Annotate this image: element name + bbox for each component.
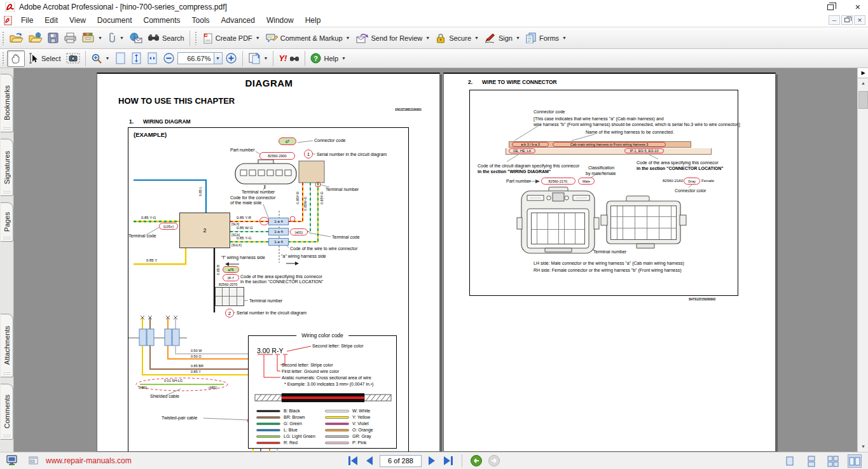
zoom-tool-button[interactable]: ▼ [88,51,113,66]
color-swatch [256,416,280,419]
open-button[interactable] [7,31,26,45]
help-button[interactable]: ? Help ▼ [308,51,348,66]
terminal-number-label: Terminal number [249,298,282,304]
select-tool-button[interactable]: Select [25,51,64,66]
first-page-button[interactable] [347,455,359,466]
toolbar-separator [273,51,273,66]
menu-document[interactable]: Document [92,15,138,26]
mdi-minimize-icon[interactable]: ─ [829,15,840,25]
single-page-layout-button[interactable] [783,454,797,468]
scroll-down-icon[interactable]: ▼ [858,442,868,451]
pdf-page-left: DIAGRAM HOW TO USE THIS CHAPTER EN13Z188… [97,73,440,452]
next-page-button[interactable] [427,455,437,466]
page-display-dropdown-icon: ▼ [264,56,268,60]
color-code-note: Second letter: Stripe color [282,363,333,368]
zoom-in-button[interactable] [223,50,240,66]
zoom-level-input[interactable]: 66.67% [177,52,214,64]
repair-manuals-link[interactable]: www.repair-manuals.com [46,456,132,465]
menu-tools[interactable]: Tools [186,15,216,26]
zoom-level-combo: 66.67% ▼ [177,52,223,64]
example-label: (EXAMPLE) [134,132,167,139]
sign-button[interactable]: Sign ▼ [481,31,523,45]
sidebar-tab-pages[interactable]: Pages [1,202,13,242]
fit-page-button[interactable] [128,50,144,66]
mdi-restore-icon[interactable] [841,15,853,25]
toolbar-grip[interactable] [195,31,198,45]
scrollbar-thumb[interactable] [858,91,868,109]
color-legend-label: O: Orange [352,428,373,432]
scroll-up-icon[interactable]: ▲ [858,78,868,88]
open-web-page-button[interactable] [26,31,45,45]
toolbar-grip[interactable] [2,31,5,45]
yahoo-messenger-button[interactable]: Y! [276,52,302,65]
zoom-out-button[interactable] [160,50,177,66]
close-window-icon[interactable]: × [855,3,860,11]
menu-help[interactable]: Help [300,15,327,26]
page-display-button[interactable]: ▼ [245,51,271,66]
color-swatch [325,410,349,412]
menu-advanced[interactable]: Advanced [216,15,261,26]
previous-view-button[interactable] [470,454,483,467]
create-pdf-button[interactable]: Create PDF ▼ [200,31,263,46]
toolbar-grip[interactable] [2,52,5,66]
send-for-review-button[interactable]: Send for Review ▼ [353,31,433,45]
snapshot-tool-button[interactable] [64,51,83,66]
forms-button[interactable]: Forms ▼ [523,31,569,45]
menu-edit[interactable]: Edit [39,15,64,26]
continuous-layout-button[interactable] [804,454,818,468]
section-title: WIRE TO WIRE CONNECTOR [482,80,557,86]
page-number-input[interactable]: 6 of 288 [380,455,422,467]
part-number-value: 82560-2070 [219,283,237,286]
menu-window[interactable]: Window [261,15,300,26]
color-legend-label: BR: Brown [284,415,305,419]
wire-code: 0.50 O [191,354,202,358]
status-separator [462,454,462,467]
circuit-codes: GE, HE, LA [509,148,535,153]
last-page-button[interactable] [442,455,454,466]
menu-file[interactable]: File [15,15,39,26]
sidebar-tab-signatures[interactable]: Signatures [1,139,13,196]
sign-dropdown-icon: ▼ [516,36,520,40]
next-view-button[interactable] [488,454,500,467]
section-number: 2. [468,80,472,86]
panel-expand-button[interactable]: ▶ [858,68,868,78]
connector-color-label: Connector color [675,188,706,193]
facing-layout-button[interactable] [848,454,862,468]
forms-label: Forms [539,34,559,42]
window-doc-icon[interactable] [28,456,39,466]
hand-tool-button[interactable] [7,50,25,67]
twisted-pair-label: Twisted-pair cable [162,416,197,421]
search-button[interactable]: Search [145,31,187,45]
attach-button[interactable]: ▼ [105,31,127,45]
continuous-facing-layout-button[interactable] [826,454,840,468]
menu-view[interactable]: View [64,15,92,26]
terminal-number-label: Terminal number [593,249,626,255]
part-number-female: 82560-2160 [663,179,683,183]
sidebar-tab-attachments[interactable]: Attachments [1,314,13,377]
connector-figure-box: Connector code [This case indicates that… [469,90,738,296]
previous-page-button[interactable] [364,455,375,466]
comment-markup-button[interactable]: Comment & Markup ▼ [263,31,353,45]
a-harness-side-label: "a" wiring harness side [281,254,326,259]
zoom-level-dropdown-icon[interactable]: ▼ [214,52,223,64]
organizer-button[interactable]: ▼ [79,31,105,45]
male-side-code-label: of the male side [230,200,261,206]
actual-size-button[interactable] [113,50,128,66]
area-connector-drawing [215,287,244,306]
attach-dropdown-icon: ▼ [120,36,124,40]
serial-number-label: Serial number in the circuit diagram [237,311,307,316]
help-dropdown-icon: ▼ [341,56,346,60]
fit-width-button[interactable] [144,50,160,66]
sidebar-tab-comments[interactable]: Comments [1,384,13,440]
save-button[interactable] [45,31,62,45]
mdi-close-icon[interactable]: ✕ [854,15,865,25]
chapter-heading: HOW TO USE THIS CHAPTER [118,97,235,106]
menu-comments[interactable]: Comments [138,15,186,26]
restore-window-icon[interactable] [827,4,834,10]
toolbar-file: ▼ ▼ Search Create PDF ▼ Comment & Markup… [0,27,868,49]
print-button[interactable] [62,31,79,45]
sidebar-tab-bookmarks[interactable]: Bookmarks [1,74,13,132]
secure-button[interactable]: Secure ▼ [432,31,481,46]
wire-code: 0.50 W [191,349,202,353]
email-button[interactable] [127,31,145,45]
